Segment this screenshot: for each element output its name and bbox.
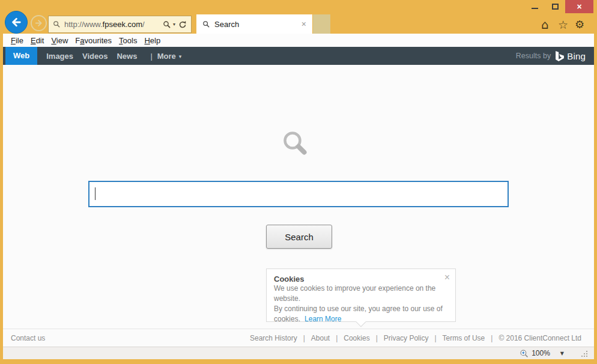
forward-arrow-icon (34, 19, 43, 28)
text-caret (95, 187, 95, 200)
tab-favicon-icon (202, 20, 210, 28)
nav-tab-web[interactable]: Web (5, 47, 37, 65)
new-tab-button[interactable] (313, 14, 330, 34)
search-input[interactable] (88, 181, 509, 207)
search-box-container (88, 181, 509, 207)
address-bar[interactable]: http://www.fpseek.com/ ▾ (48, 16, 192, 33)
url-suffix: / (142, 20, 145, 29)
back-arrow-icon (10, 16, 22, 28)
copyright-text: © 2016 ClientConnect Ltd (499, 334, 581, 342)
terms-of-use-link[interactable]: Terms of Use (443, 334, 485, 342)
more-dropdown-icon: ▾ (179, 53, 182, 59)
status-bar: 100% ▼ (3, 347, 594, 359)
contact-us-link[interactable]: Contact us (11, 334, 45, 342)
bing-wordmark: Bing (567, 51, 586, 61)
search-logo-icon (282, 131, 310, 159)
close-window-button[interactable]: × (565, 0, 593, 13)
forward-button[interactable] (31, 15, 47, 31)
tab-search[interactable]: Search × (196, 14, 312, 34)
menu-tools[interactable]: Tools (119, 36, 137, 45)
zoom-control[interactable]: 100% ▼ (520, 347, 564, 359)
cookies-popup-text-line2: By continuing to use our site, you agree… (274, 304, 448, 314)
cookies-popup-title: Cookies (274, 275, 448, 284)
url-prefix: http://www. (64, 20, 103, 29)
footer-separator: | (376, 334, 378, 342)
cookies-popup-text-line1: We use cookies to improve your experienc… (274, 284, 448, 304)
cookies-popup-close-icon[interactable]: × (444, 272, 450, 283)
favorites-star-icon[interactable]: ☆ (558, 16, 568, 34)
cookies-link[interactable]: Cookies (344, 334, 369, 342)
about-link[interactable]: About (311, 334, 330, 342)
results-by-label: Results by (516, 52, 551, 60)
refresh-button[interactable] (178, 20, 187, 29)
close-icon: × (577, 2, 581, 11)
maximize-button[interactable] (545, 0, 565, 13)
nav-tab-news[interactable]: News (117, 52, 137, 61)
url-domain: fpseek.com (103, 20, 142, 29)
footer-links: Search History | About | Cookies | Priva… (250, 334, 581, 342)
maximize-icon (552, 4, 559, 10)
menu-favourites[interactable]: Favourites (75, 36, 112, 45)
browser-window: × http://www.fpseek.com/ ▾ Search × ⌂ ☆ … (0, 0, 597, 364)
tab-close-icon[interactable]: × (302, 20, 306, 28)
menu-view[interactable]: View (51, 36, 68, 45)
menu-bar: File Edit View Favourites Tools Help (3, 34, 594, 47)
footer-separator: | (434, 334, 436, 342)
footer-separator: | (491, 334, 492, 342)
zoom-magnifier-icon (520, 349, 529, 358)
nav-tab-videos[interactable]: Videos (82, 52, 108, 61)
menu-help[interactable]: Help (144, 36, 160, 45)
url-text: http://www.fpseek.com/ (64, 20, 163, 29)
nav-more-menu[interactable]: | More ▾ (150, 52, 181, 61)
menu-edit[interactable]: Edit (31, 36, 44, 45)
site-navbar: Web Images Videos News | More ▾ Results … (3, 47, 594, 65)
settings-gear-icon[interactable]: ⚙ (575, 16, 584, 34)
resize-grip[interactable] (581, 351, 587, 357)
back-button[interactable] (5, 11, 28, 34)
footer-separator: | (303, 334, 305, 342)
nav-tab-images[interactable]: Images (46, 52, 73, 61)
tab-title: Search (214, 20, 239, 29)
learn-more-link[interactable]: Learn More (305, 315, 341, 323)
bing-logo: Bing (556, 51, 586, 61)
address-dropdown-icon[interactable]: ▾ (173, 22, 175, 27)
bing-icon (556, 51, 564, 61)
footer-separator: | (336, 334, 338, 342)
search-history-link[interactable]: Search History (250, 334, 297, 342)
home-icon[interactable]: ⌂ (541, 16, 549, 34)
search-button[interactable]: Search (266, 225, 332, 249)
privacy-policy-link[interactable]: Privacy Policy (384, 334, 429, 342)
address-search-button[interactable] (163, 20, 171, 29)
cookies-popup: Cookies × We use cookies to improve your… (266, 268, 456, 322)
footer: Contact us Search History | About | Cook… (3, 329, 594, 347)
zoom-dropdown-icon: ▼ (560, 351, 564, 356)
zoom-level: 100% (532, 349, 550, 357)
page-content: Search Cookies × We use cookies to impro… (3, 65, 594, 347)
address-search-icon (53, 20, 61, 28)
minimize-button[interactable] (525, 0, 544, 13)
minimize-icon (532, 8, 538, 9)
menu-file[interactable]: File (11, 36, 23, 45)
